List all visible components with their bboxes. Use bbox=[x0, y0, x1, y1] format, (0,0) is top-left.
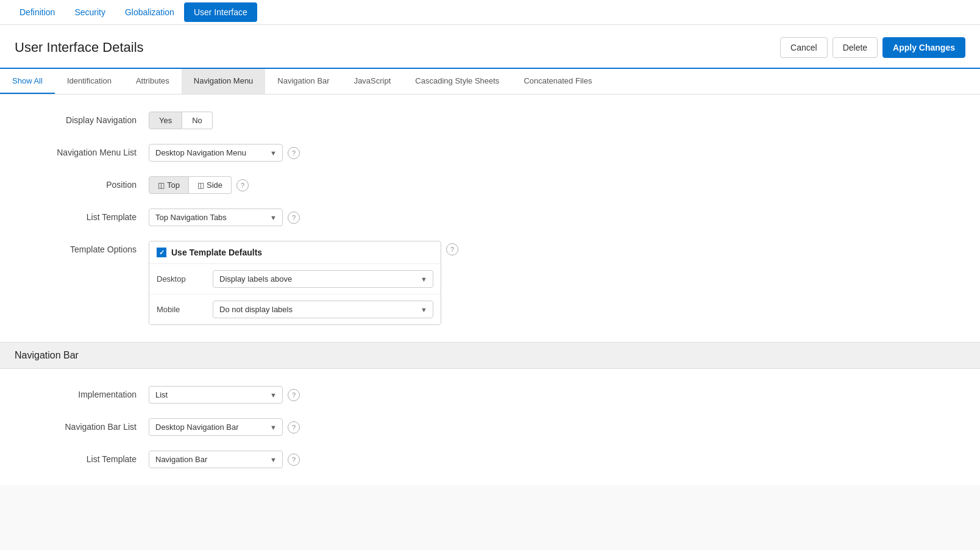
position-top-icon: ◫ bbox=[158, 181, 165, 190]
tab-identification[interactable]: Identification bbox=[55, 69, 124, 94]
nav-bar-list-template-control: Navigation Bar Mega Menu ▼ ? bbox=[149, 451, 300, 468]
cancel-button[interactable]: Cancel bbox=[780, 37, 828, 58]
navigation-bar-section-title: Navigation Bar bbox=[15, 350, 79, 360]
page-title: User Interface Details bbox=[15, 40, 144, 55]
mobile-select-wrapper: Do not display labels Display labels abo… bbox=[213, 301, 433, 318]
nav-bar-list-template-help-icon[interactable]: ? bbox=[288, 454, 300, 466]
position-control: ◫ Top ◫ Side ? bbox=[149, 176, 249, 194]
template-options-label: Template Options bbox=[15, 241, 149, 254]
navigation-menu-section: Display Navigation Yes No Navigation Men… bbox=[0, 95, 980, 342]
secondary-navigation: Show All Identification Attributes Navig… bbox=[0, 69, 980, 95]
nav-bar-list-template-wrapper: Navigation Bar Mega Menu ▼ bbox=[149, 451, 283, 468]
position-toggle: ◫ Top ◫ Side bbox=[149, 176, 232, 194]
tab-navigation-bar[interactable]: Navigation Bar bbox=[265, 69, 341, 94]
navigation-menu-list-label: Navigation Menu List bbox=[15, 144, 149, 157]
desktop-template-select[interactable]: Display labels above Display labels belo… bbox=[213, 270, 433, 288]
navigation-bar-section-header: Navigation Bar bbox=[0, 342, 980, 369]
desktop-label: Desktop bbox=[157, 274, 205, 284]
list-template-control: Top Navigation Tabs Side Navigation Menu… bbox=[149, 209, 300, 226]
list-template-label: List Template bbox=[15, 209, 149, 222]
navigation-bar-section: Navigation Bar Implementation List Navig… bbox=[0, 342, 980, 485]
content-area: Display Navigation Yes No Navigation Men… bbox=[0, 95, 980, 550]
nav-bar-list-template-row: List Template Navigation Bar Mega Menu ▼… bbox=[0, 443, 980, 476]
list-template-wrapper: Top Navigation Tabs Side Navigation Menu… bbox=[149, 209, 283, 226]
display-navigation-yes[interactable]: Yes bbox=[149, 112, 182, 129]
navigation-bar-list-select[interactable]: Desktop Navigation Bar Mobile Navigation… bbox=[149, 418, 283, 436]
navigation-bar-list-help-icon[interactable]: ? bbox=[288, 421, 300, 433]
implementation-control: List Navigation Bar Component None ▼ ? bbox=[149, 386, 300, 404]
navigation-bar-list-wrapper: Desktop Navigation Bar Mobile Navigation… bbox=[149, 418, 283, 436]
display-navigation-control: Yes No bbox=[149, 112, 213, 129]
mobile-template-row: Mobile Do not display labels Display lab… bbox=[149, 294, 441, 324]
use-template-defaults-row: Use Template Defaults bbox=[149, 241, 441, 264]
page-header: User Interface Details Cancel Delete App… bbox=[0, 25, 980, 69]
tab-attributes[interactable]: Attributes bbox=[124, 69, 182, 94]
display-navigation-row: Display Navigation Yes No bbox=[0, 104, 980, 137]
position-label: Position bbox=[15, 176, 149, 190]
position-side-icon: ◫ bbox=[197, 181, 204, 190]
tab-concatenated-files[interactable]: Concatenated Files bbox=[511, 69, 604, 94]
desktop-template-row: Desktop Display labels above Display lab… bbox=[149, 264, 441, 294]
position-side-button[interactable]: ◫ Side bbox=[189, 176, 232, 194]
tab-show-all[interactable]: Show All bbox=[0, 69, 55, 94]
navigation-menu-list-select[interactable]: Desktop Navigation Menu Mobile Navigatio… bbox=[149, 144, 283, 162]
delete-button[interactable]: Delete bbox=[833, 37, 878, 58]
position-top-label: Top bbox=[167, 180, 180, 190]
mobile-label: Mobile bbox=[157, 305, 205, 314]
tab-navigation-menu[interactable]: Navigation Menu bbox=[182, 69, 266, 94]
list-template-select[interactable]: Top Navigation Tabs Side Navigation Menu… bbox=[149, 209, 283, 226]
display-navigation-toggle: Yes No bbox=[149, 112, 213, 129]
tab-cascading-style-sheets[interactable]: Cascading Style Sheets bbox=[403, 69, 511, 94]
tab-security[interactable]: Security bbox=[65, 0, 115, 24]
nav-bar-list-template-label: List Template bbox=[15, 451, 149, 464]
implementation-row: Implementation List Navigation Bar Compo… bbox=[0, 379, 980, 411]
desktop-select-wrapper: Display labels above Display labels belo… bbox=[213, 270, 433, 288]
use-template-defaults-label: Use Template Defaults bbox=[171, 248, 262, 257]
use-template-defaults-checkbox[interactable] bbox=[157, 248, 166, 257]
implementation-label: Implementation bbox=[15, 386, 149, 399]
implementation-wrapper: List Navigation Bar Component None ▼ bbox=[149, 386, 283, 404]
navigation-bar-list-control: Desktop Navigation Bar Mobile Navigation… bbox=[149, 418, 300, 436]
header-actions: Cancel Delete Apply Changes bbox=[780, 37, 965, 58]
implementation-select[interactable]: List Navigation Bar Component None bbox=[149, 386, 283, 404]
navigation-menu-body: Display Navigation Yes No Navigation Men… bbox=[0, 95, 980, 342]
navigation-menu-list-control: Desktop Navigation Menu Mobile Navigatio… bbox=[149, 144, 300, 162]
apply-changes-button[interactable]: Apply Changes bbox=[882, 37, 965, 58]
navigation-bar-body: Implementation List Navigation Bar Compo… bbox=[0, 369, 980, 485]
navigation-bar-list-label: Navigation Bar List bbox=[15, 418, 149, 432]
position-top-button[interactable]: ◫ Top bbox=[149, 176, 189, 194]
position-help-icon[interactable]: ? bbox=[236, 179, 249, 191]
nav-bar-list-template-select[interactable]: Navigation Bar Mega Menu bbox=[149, 451, 283, 468]
template-options-row: Template Options Use Template Defaults D… bbox=[0, 234, 980, 332]
display-navigation-label: Display Navigation bbox=[15, 112, 149, 125]
tab-globalization[interactable]: Globalization bbox=[115, 0, 184, 24]
tab-javascript[interactable]: JavaScript bbox=[342, 69, 403, 94]
position-row: Position ◫ Top ◫ Side ? bbox=[0, 169, 980, 201]
template-options-box: Use Template Defaults Desktop Display la… bbox=[149, 241, 441, 325]
position-side-label: Side bbox=[207, 180, 222, 190]
navigation-menu-list-wrapper: Desktop Navigation Menu Mobile Navigatio… bbox=[149, 144, 283, 162]
implementation-help-icon[interactable]: ? bbox=[288, 389, 300, 401]
navigation-menu-list-row: Navigation Menu List Desktop Navigation … bbox=[0, 137, 980, 169]
navigation-bar-list-row: Navigation Bar List Desktop Navigation B… bbox=[0, 411, 980, 443]
template-options-help-icon[interactable]: ? bbox=[446, 243, 458, 255]
mobile-template-select[interactable]: Do not display labels Display labels abo… bbox=[213, 301, 433, 318]
tab-user-interface[interactable]: User Interface bbox=[184, 2, 257, 22]
list-template-help-icon[interactable]: ? bbox=[288, 212, 300, 224]
top-navigation: Definition Security Globalization User I… bbox=[0, 0, 980, 25]
navigation-menu-list-help-icon[interactable]: ? bbox=[288, 147, 300, 159]
display-navigation-no[interactable]: No bbox=[182, 112, 213, 129]
template-options-control: Use Template Defaults Desktop Display la… bbox=[149, 241, 458, 325]
tab-definition[interactable]: Definition bbox=[10, 0, 65, 24]
list-template-row: List Template Top Navigation Tabs Side N… bbox=[0, 201, 980, 234]
